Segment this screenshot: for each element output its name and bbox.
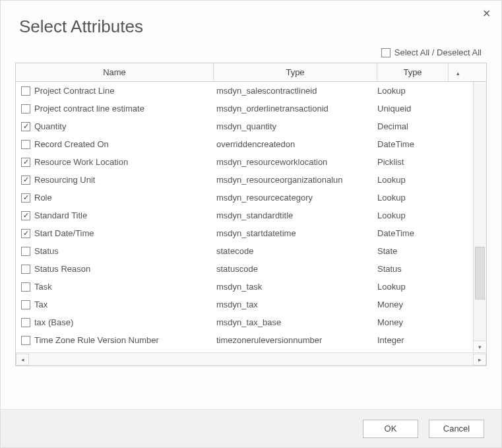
cell-name: ✓Quantity: [16, 121, 214, 131]
row-checkbox[interactable]: ✓: [21, 193, 30, 203]
row-checkbox[interactable]: ✓: [21, 229, 30, 238]
cell-type1: msdyn_tax_base: [214, 317, 375, 327]
cell-type1: msdyn_quantity: [214, 121, 375, 131]
cell-type1: msdyn_tax: [214, 300, 375, 309]
cell-name: Time Zone Rule Version Number: [16, 335, 214, 345]
row-name-label: tax (Base): [34, 317, 73, 327]
cell-type2: Money: [375, 300, 446, 309]
row-checkbox[interactable]: ✓: [21, 158, 30, 167]
chevron-left-icon: ◂: [21, 356, 24, 363]
row-checkbox[interactable]: [21, 282, 30, 292]
ok-button[interactable]: OK: [363, 420, 418, 438]
scroll-left-button[interactable]: ◂: [16, 354, 29, 366]
table-row[interactable]: ✓Rolemsdyn_resourcecategoryLookup: [16, 189, 472, 207]
cell-type2: Integer: [375, 335, 446, 345]
row-checkbox[interactable]: [21, 265, 30, 274]
table-row[interactable]: Time Zone Rule Version Numbertimezonerul…: [16, 331, 472, 349]
table-row[interactable]: StatusstatecodeState: [16, 242, 472, 260]
row-checkbox[interactable]: [21, 140, 30, 149]
cell-type1: msdyn_standardtitle: [214, 210, 375, 220]
scroll-up-button[interactable]: ▴: [449, 63, 467, 81]
row-name-label: Status: [34, 246, 59, 256]
cell-name: ✓Resourcing Unit: [16, 175, 214, 185]
cell-name: tax (Base): [16, 317, 214, 327]
scroll-right-button[interactable]: ▸: [473, 354, 486, 366]
table-row[interactable]: Project Contract Linemsdyn_salescontract…: [16, 82, 472, 100]
row-name-label: Role: [34, 193, 52, 203]
select-all-checkbox[interactable]: [381, 48, 391, 57]
scrollbar-thumb[interactable]: [475, 247, 485, 300]
cell-type1: msdyn_resourceorganizationalun: [214, 175, 375, 185]
table-row[interactable]: Taxmsdyn_taxMoney: [16, 296, 472, 313]
select-attributes-dialog: ✕ Select Attributes Select All / Deselec…: [0, 0, 502, 448]
cancel-button[interactable]: Cancel: [429, 420, 484, 438]
cell-name: Status: [16, 246, 214, 256]
select-all-label[interactable]: Select All / Deselect All: [394, 48, 482, 57]
table-row[interactable]: ✓Standard Titlemsdyn_standardtitleLookup: [16, 207, 472, 224]
table-row[interactable]: Project contract line estimatemsdyn_orde…: [16, 100, 472, 117]
row-checkbox[interactable]: [21, 300, 30, 309]
attributes-grid: Name Type Type ▴ Project Contract Linems…: [15, 63, 487, 366]
cell-name: ✓Start Date/Time: [16, 228, 214, 238]
vertical-scrollbar[interactable]: ▾: [473, 82, 486, 352]
chevron-right-icon: ▸: [478, 356, 482, 363]
table-row[interactable]: ✓Resource Work Locationmsdyn_resourcewor…: [16, 153, 472, 171]
column-header-type2[interactable]: Type: [377, 63, 449, 81]
cell-type1: statecode: [214, 246, 375, 256]
table-row[interactable]: Status ReasonstatuscodeStatus: [16, 260, 472, 278]
cell-type2: Lookup: [375, 175, 446, 185]
cell-name: Project contract line estimate: [16, 104, 214, 113]
row-checkbox[interactable]: [21, 247, 30, 256]
cell-name: Status Reason: [16, 264, 214, 274]
row-checkbox[interactable]: [21, 104, 30, 113]
cell-type1: overriddencreatedon: [214, 139, 375, 149]
cell-name: Project Contract Line: [16, 86, 214, 96]
row-name-label: Resourcing Unit: [34, 175, 96, 185]
cell-type2: Decimal: [375, 121, 446, 131]
cell-type2: Lookup: [375, 193, 446, 203]
chevron-down-icon: ▾: [478, 344, 482, 350]
row-checkbox[interactable]: [21, 86, 30, 96]
column-header-type1[interactable]: Type: [214, 63, 377, 81]
table-row[interactable]: ✓Resourcing Unitmsdyn_resourceorganizati…: [16, 171, 472, 189]
cell-type2: State: [375, 246, 446, 256]
cell-type2: Status: [375, 264, 446, 274]
cell-type2: DateTime: [375, 139, 446, 149]
dialog-footer: OK Cancel: [1, 409, 501, 447]
cell-type1: msdyn_task: [214, 282, 375, 292]
row-name-label: Start Date/Time: [34, 228, 94, 238]
cell-name: Task: [16, 282, 214, 292]
cell-name: Record Created On: [16, 139, 214, 149]
horizontal-scrollbar[interactable]: ◂ ▸: [16, 352, 486, 366]
close-icon[interactable]: ✕: [482, 7, 491, 20]
cell-type1: timezoneruleversionnumber: [214, 335, 375, 345]
table-row[interactable]: Taskmsdyn_taskLookup: [16, 278, 472, 296]
cell-type1: msdyn_orderlinetransactionid: [214, 104, 375, 113]
cell-type2: Uniqueid: [375, 104, 446, 113]
grid-header: Name Type Type ▴: [16, 63, 486, 82]
scroll-down-button[interactable]: ▾: [474, 340, 486, 352]
row-checkbox[interactable]: ✓: [21, 176, 30, 185]
cell-type2: Money: [375, 317, 446, 327]
column-header-name[interactable]: Name: [16, 63, 214, 81]
row-name-label: Resource Work Location: [34, 157, 128, 167]
chevron-up-icon: ▴: [456, 70, 460, 77]
row-checkbox[interactable]: ✓: [21, 211, 30, 220]
cell-type2: Picklist: [375, 157, 446, 167]
table-row[interactable]: ✓Quantitymsdyn_quantityDecimal: [16, 117, 472, 135]
row-name-label: Standard Title: [34, 210, 87, 220]
row-name-label: Time Zone Rule Version Number: [34, 335, 159, 345]
cell-type2: Lookup: [375, 86, 446, 96]
cell-type1: msdyn_resourceworklocation: [214, 157, 375, 167]
table-row[interactable]: ✓Start Date/Timemsdyn_startdatetimeDateT…: [16, 224, 472, 242]
cell-name: Tax: [16, 300, 214, 309]
cell-type2: DateTime: [375, 228, 446, 238]
row-name-label: Tax: [34, 300, 47, 309]
row-checkbox[interactable]: [21, 336, 30, 345]
table-row[interactable]: Record Created OnoverriddencreatedonDate…: [16, 135, 472, 153]
cell-type1: msdyn_startdatetime: [214, 228, 375, 238]
toolbar: Select All / Deselect All: [1, 44, 501, 63]
table-row[interactable]: tax (Base)msdyn_tax_baseMoney: [16, 313, 472, 331]
row-checkbox[interactable]: ✓: [21, 122, 30, 131]
row-checkbox[interactable]: [21, 318, 30, 327]
